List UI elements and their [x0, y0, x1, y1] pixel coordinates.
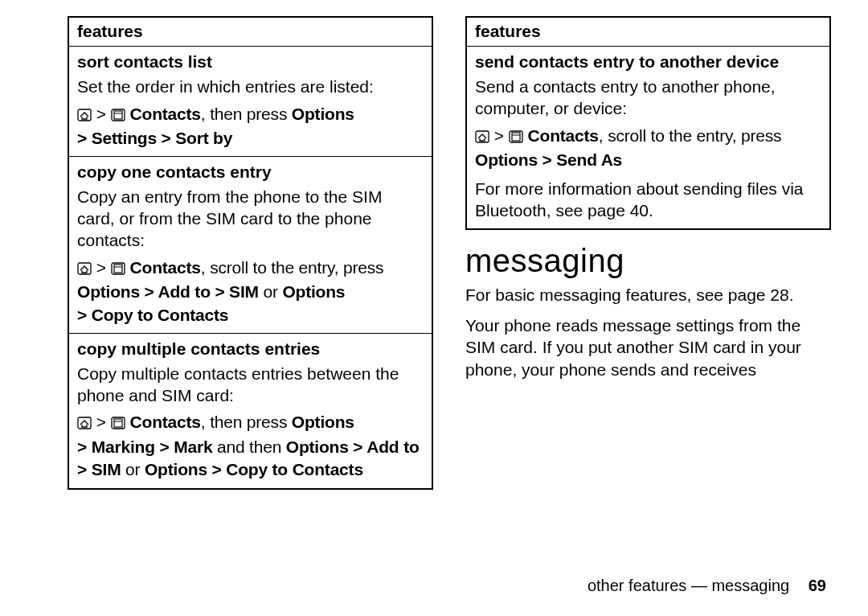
feature-desc: Copy multiple contacts entries between t… — [77, 364, 399, 405]
manual-page: features sort contacts list Set the orde… — [0, 0, 868, 490]
feature-cell-copy-one: copy one contacts entry Copy an entry fr… — [68, 157, 432, 334]
feature-cell-copy-multi: copy multiple contacts entries Copy mult… — [68, 333, 432, 488]
nav-2: Options > Send As — [475, 150, 622, 169]
nav-b: Options > Add to — [286, 437, 420, 456]
options-label: Options — [292, 413, 354, 431]
feature-title: sort contacts list — [77, 51, 424, 73]
home-icon — [475, 126, 489, 149]
app-name: Contacts — [130, 258, 201, 277]
table-header: features — [466, 17, 830, 46]
page-footer: other features — messaging 69 — [588, 577, 826, 595]
or: or — [259, 282, 283, 301]
nav-b: Options — [282, 282, 345, 301]
feature-title: send contacts entry to another device — [475, 51, 821, 73]
gt: > — [96, 413, 106, 431]
text: , then press — [201, 105, 292, 123]
body-paragraph: Your phone reads message settings from t… — [465, 314, 831, 381]
right-column: features send contacts entry to another … — [465, 16, 831, 490]
nav-path: > Contacts, scroll to the entry, press O… — [77, 257, 424, 326]
nav-path: > Contacts, scroll to the entry, press O… — [475, 125, 821, 172]
nav-path-2: > Settings > Sort by — [77, 129, 232, 147]
nav-a: Options > Add to > SIM — [77, 282, 259, 301]
app-name: Contacts — [130, 413, 201, 431]
text: , scroll to the entry, press — [201, 258, 383, 277]
feature-title: copy multiple contacts entries — [77, 339, 424, 360]
nav-3: > Copy to Contacts — [77, 306, 228, 324]
feature-desc: Set the order in which entries are liste… — [77, 77, 374, 96]
footer-text: other features — messaging — [588, 577, 789, 594]
svg-rect-10 — [114, 419, 122, 427]
feature-title: copy one contacts entry — [77, 162, 424, 183]
nav-3a: > SIM — [77, 460, 121, 478]
contacts-icon — [111, 258, 125, 281]
gt: > — [96, 105, 106, 123]
home-icon — [77, 105, 92, 127]
contacts-icon — [111, 413, 125, 435]
mid: and then — [212, 437, 285, 456]
section-heading-messaging: messaging — [465, 243, 831, 279]
text: , then press — [201, 413, 292, 431]
nav-path: > Contacts, then press Options > Marking… — [77, 411, 424, 481]
nav-a: > Marking > Mark — [77, 437, 212, 456]
options-label: Options — [292, 105, 354, 123]
gt: > — [494, 126, 504, 145]
svg-rect-2 — [114, 111, 122, 119]
features-table-right: features send contacts entry to another … — [465, 16, 831, 230]
features-table-left: features sort contacts list Set the orde… — [68, 16, 433, 490]
contacts-icon — [111, 105, 125, 127]
contacts-icon — [509, 126, 523, 149]
svg-rect-6 — [114, 265, 122, 273]
svg-rect-14 — [512, 133, 520, 141]
feature-desc: Send a contacts entry to another phone, … — [475, 77, 776, 117]
gt: > — [96, 258, 106, 277]
feature-cell-send: send contacts entry to another device Se… — [466, 46, 830, 228]
body-paragraph: For basic messaging features, see page 2… — [465, 284, 831, 306]
feature-more: For more information about sending files… — [475, 178, 821, 222]
feature-cell-sort: sort contacts list Set the order in whic… — [68, 46, 432, 156]
app-name: Contacts — [130, 105, 201, 123]
left-column: features sort contacts list Set the orde… — [68, 16, 433, 490]
feature-desc: Copy an entry from the phone to the SIM … — [77, 187, 382, 249]
table-header: features — [68, 17, 432, 46]
home-icon — [77, 258, 92, 281]
text: , scroll to the entry, press — [599, 126, 781, 145]
or: or — [121, 460, 145, 478]
app-name: Contacts — [528, 126, 599, 145]
home-icon — [77, 413, 92, 435]
page-number: 69 — [809, 577, 826, 594]
nav-3b: Options > Copy to Contacts — [145, 460, 363, 478]
nav-path: > Contacts, then press Options > Setting… — [77, 103, 424, 150]
